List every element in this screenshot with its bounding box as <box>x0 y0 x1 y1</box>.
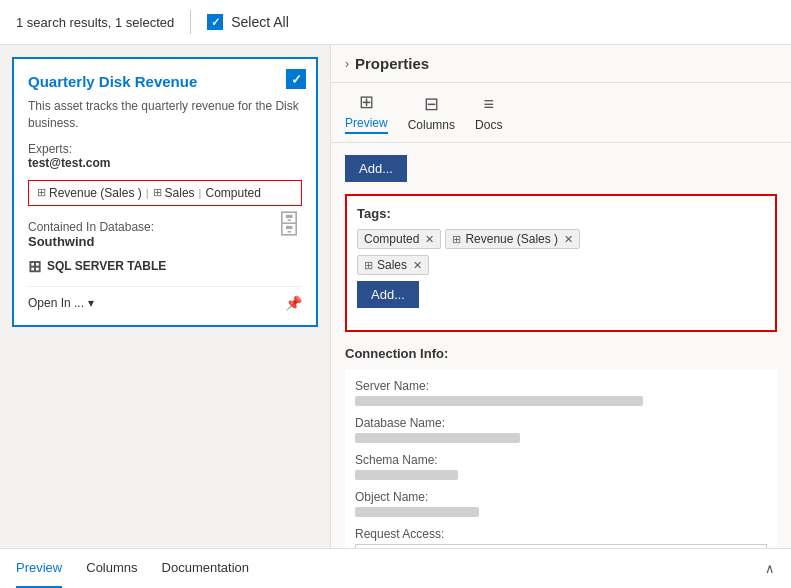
computed-tag-label: Computed <box>205 186 260 200</box>
revenue-chip-close[interactable]: ✕ <box>564 233 573 246</box>
properties-header: › Properties <box>331 45 791 83</box>
schema-name-field: Schema Name: <box>355 453 767 480</box>
revenue-chip-label: Revenue (Sales ) <box>465 232 558 246</box>
schema-name-label: Schema Name: <box>355 453 767 467</box>
tag-chip-revenue-sales: ⊞ Revenue (Sales ) ✕ <box>445 229 580 249</box>
tag-divider-2: | <box>199 187 202 199</box>
search-results-text: 1 search results, 1 selected <box>16 15 174 30</box>
tags-section-label: Tags: <box>357 206 765 221</box>
top-bar: 1 search results, 1 selected Select All <box>0 0 791 45</box>
asset-card: Quarterly Disk Revenue This asset tracks… <box>12 57 318 327</box>
properties-expand-icon[interactable]: › <box>345 57 349 71</box>
open-in-label: Open In ... <box>28 296 84 310</box>
tag-chip-sales: ⊞ Sales ✕ <box>357 255 429 275</box>
tab-preview[interactable]: ⊞ Preview <box>345 91 388 134</box>
database-icon: 🗄 <box>276 210 302 241</box>
add-button-top[interactable]: Add... <box>345 155 407 182</box>
object-name-field: Object Name: <box>355 490 767 517</box>
server-name-label: Server Name: <box>355 379 767 393</box>
tab-columns[interactable]: ⊟ Columns <box>408 93 455 132</box>
tags-section: Tags: Computed ✕ ⊞ Revenue (Sales ) ✕ <box>345 194 777 332</box>
open-in-button[interactable]: Open In ... ▾ <box>28 296 94 310</box>
properties-title: Properties <box>355 55 429 72</box>
request-access-label: Request Access: <box>355 527 767 541</box>
bottom-tab-preview[interactable]: Preview <box>16 549 62 588</box>
schema-name-value <box>355 470 458 480</box>
db-name: Southwind <box>28 234 302 249</box>
asset-card-checkbox[interactable] <box>286 69 306 89</box>
select-all-checkbox[interactable] <box>207 14 223 30</box>
revenue-tag-label: Revenue (Sales ) <box>49 186 142 200</box>
tag-divider-1: | <box>146 187 149 199</box>
table-type-row: ⊞ SQL SERVER TABLE <box>28 257 302 276</box>
expert-email: test@test.com <box>28 156 302 170</box>
table-icon: ⊞ <box>28 257 41 276</box>
card-footer: Open In ... ▾ 📌 <box>28 286 302 311</box>
preview-tab-icon: ⊞ <box>359 91 374 113</box>
computed-chip-label: Computed <box>364 232 419 246</box>
contained-label: Contained In Database: <box>28 220 302 234</box>
bottom-tab-documentation-label: Documentation <box>162 560 249 575</box>
tag-sales: ⊞ Sales <box>153 186 195 200</box>
left-panel: Quarterly Disk Revenue This asset tracks… <box>0 45 330 548</box>
docs-tab-icon: ≡ <box>483 94 494 115</box>
experts-label: Experts: <box>28 142 302 156</box>
bottom-tab-columns[interactable]: Columns <box>86 549 137 588</box>
database-name-field: Database Name: <box>355 416 767 443</box>
revenue-tag-icon: ⊞ <box>37 186 46 199</box>
bottom-tabs: Preview Columns Documentation <box>16 549 249 588</box>
asset-description: This asset tracks the quarterly revenue … <box>28 98 302 132</box>
tags-row-1: Computed ✕ ⊞ Revenue (Sales ) ✕ <box>357 229 765 249</box>
select-all-label: Select All <box>231 14 289 30</box>
bottom-tab-preview-label: Preview <box>16 560 62 575</box>
sales-chip-close[interactable]: ✕ <box>413 259 422 272</box>
computed-chip-close[interactable]: ✕ <box>425 233 434 246</box>
select-all-area[interactable]: Select All <box>207 14 289 30</box>
bottom-tab-documentation[interactable]: Documentation <box>162 549 249 588</box>
asset-title: Quarterly Disk Revenue <box>28 73 302 90</box>
pin-icon[interactable]: 📌 <box>285 295 302 311</box>
columns-tab-label: Columns <box>408 118 455 132</box>
connection-info-label: Connection Info: <box>345 346 777 361</box>
table-type-label: SQL SERVER TABLE <box>47 259 166 273</box>
tag-computed: Computed <box>205 186 260 200</box>
sales-chip-icon: ⊞ <box>364 259 373 272</box>
revenue-chip-icon: ⊞ <box>452 233 461 246</box>
bottom-tab-chevron[interactable]: ∧ <box>765 561 775 576</box>
right-panel: › Properties ⊞ Preview ⊟ Columns ≡ Docs … <box>330 45 791 548</box>
docs-tab-label: Docs <box>475 118 502 132</box>
tag-chip-computed: Computed ✕ <box>357 229 441 249</box>
object-name-value <box>355 507 479 517</box>
properties-content: Add... Tags: Computed ✕ ⊞ Revenue (Sales… <box>331 143 791 548</box>
db-section: 🗄 Contained In Database: Southwind ⊞ SQL… <box>28 220 302 276</box>
request-access-field: Request Access: <box>355 527 767 548</box>
preview-tab-label: Preview <box>345 116 388 130</box>
server-name-field: Server Name: <box>355 379 767 406</box>
sales-chip-label: Sales <box>377 258 407 272</box>
database-name-value <box>355 433 520 443</box>
main-layout: Quarterly Disk Revenue This asset tracks… <box>0 45 791 548</box>
bottom-tab-columns-label: Columns <box>86 560 137 575</box>
add-button-tags[interactable]: Add... <box>357 281 419 308</box>
vertical-divider <box>190 10 191 34</box>
columns-tab-icon: ⊟ <box>424 93 439 115</box>
tags-row-card: ⊞ Revenue (Sales ) | ⊞ Sales | Computed <box>28 180 302 206</box>
open-in-dropdown-icon: ▾ <box>88 296 94 310</box>
tab-docs[interactable]: ≡ Docs <box>475 94 502 132</box>
sales-tag-icon: ⊞ <box>153 186 162 199</box>
sales-tag-label: Sales <box>165 186 195 200</box>
bottom-tab-bar: Preview Columns Documentation ∧ <box>0 548 791 588</box>
tag-revenue-sales: ⊞ Revenue (Sales ) <box>37 186 142 200</box>
tags-row-2: ⊞ Sales ✕ <box>357 255 765 275</box>
database-name-label: Database Name: <box>355 416 767 430</box>
server-name-value <box>355 396 643 406</box>
properties-tabs: ⊞ Preview ⊟ Columns ≡ Docs <box>331 83 791 143</box>
object-name-label: Object Name: <box>355 490 767 504</box>
connection-info-section: Server Name: Database Name: Schema Name:… <box>345 369 777 548</box>
